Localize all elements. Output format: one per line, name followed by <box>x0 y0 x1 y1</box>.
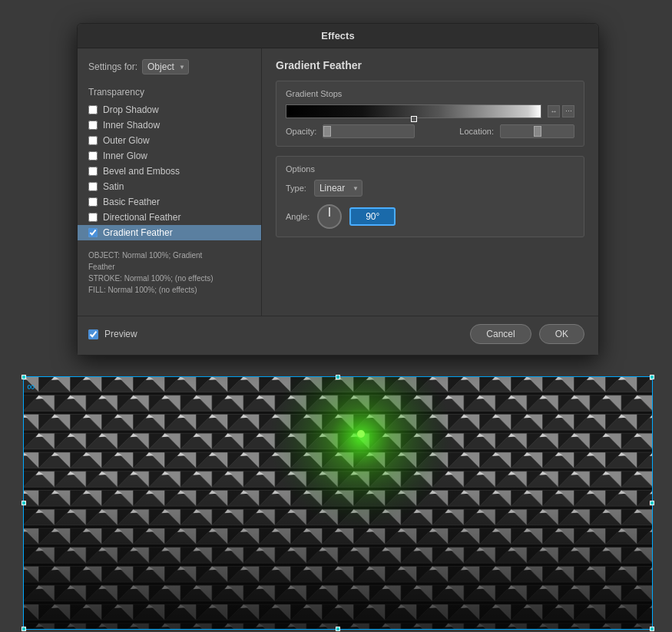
opacity-slider[interactable] <box>323 124 415 138</box>
button-group: Cancel OK <box>470 324 584 344</box>
effect-gradient-feather[interactable]: Gradient Feather <box>78 225 261 240</box>
info-line1: OBJECT: Normal 100%; Gradient <box>88 250 250 261</box>
effect-inner-glow[interactable]: Inner Glow <box>78 148 261 164</box>
dialog-footer: Preview Cancel OK <box>78 316 598 355</box>
effect-outer-glow[interactable]: Outer Glow <box>78 133 261 148</box>
info-line2: Feather <box>88 261 250 273</box>
options-section-title: Options <box>286 164 574 174</box>
opacity-location-row: Opacity: Location: <box>286 124 574 138</box>
right-panel: Gradient Feather Gradient Stops ↔ ⋯ Opac… <box>262 48 598 316</box>
satin-checkbox[interactable] <box>88 182 98 191</box>
dialog-body: Settings for: Object Stroke Fill Text Tr… <box>78 48 598 316</box>
gradient-feather-label: Gradient Feather <box>103 227 173 238</box>
effect-basic-feather[interactable]: Basic Feather <box>78 194 261 210</box>
inner-glow-checkbox[interactable] <box>88 151 98 160</box>
type-select[interactable]: Linear Radial <box>314 180 362 197</box>
inner-shadow-checkbox[interactable] <box>88 121 98 130</box>
gradient-stop-active[interactable] <box>411 116 417 122</box>
gradient-feather-checkbox[interactable] <box>88 228 98 237</box>
directional-feather-checkbox[interactable] <box>88 213 98 222</box>
angle-label: Angle: <box>286 212 310 221</box>
dialog-title: Effects <box>78 24 598 48</box>
effect-drop-shadow[interactable]: Drop Shadow <box>78 102 261 117</box>
bevel-emboss-checkbox[interactable] <box>88 167 98 176</box>
settings-for-label: Settings for: <box>88 61 137 72</box>
angle-row: Angle: <box>286 204 574 229</box>
location-slider[interactable] <box>500 124 574 138</box>
gradient-icons: ↔ ⋯ <box>548 105 574 117</box>
gradient-stops-section: Gradient Stops ↔ ⋯ Opacity: Location: <box>276 81 584 147</box>
drop-shadow-label: Drop Shadow <box>103 104 159 115</box>
location-label: Location: <box>459 127 494 136</box>
angle-dial[interactable] <box>317 204 342 229</box>
info-line4: FILL: Normal 100%; (no effects) <box>88 284 250 296</box>
preview-checkbox[interactable] <box>88 329 98 339</box>
basic-feather-checkbox[interactable] <box>88 197 98 207</box>
options-section: Options Type: Linear Radial Angle: <box>276 156 584 237</box>
settings-for-row: Settings for: Object Stroke Fill Text <box>78 59 261 84</box>
preview-row: Preview <box>88 329 137 339</box>
gradient-reverse-btn[interactable]: ↔ <box>548 105 560 117</box>
effect-bevel-emboss[interactable]: Bevel and Emboss <box>78 164 261 179</box>
gradient-bar-container: ↔ ⋯ <box>286 104 574 118</box>
type-select-wrapper[interactable]: Linear Radial <box>314 180 362 197</box>
ok-button[interactable]: OK <box>539 324 584 344</box>
basic-feather-label: Basic Feather <box>103 197 160 207</box>
link-icon: ∞ <box>27 380 35 392</box>
gradient-options-btn[interactable]: ⋯ <box>562 105 574 117</box>
outer-glow-label: Outer Glow <box>103 135 150 146</box>
effect-satin[interactable]: Satin <box>78 179 261 194</box>
type-label: Type: <box>286 184 306 193</box>
effect-info-box: OBJECT: Normal 100%; Gradient Feather ST… <box>88 250 250 296</box>
bevel-emboss-label: Bevel and Emboss <box>103 166 180 177</box>
directional-feather-label: Directional Feather <box>103 212 180 223</box>
drop-shadow-checkbox[interactable] <box>88 105 98 114</box>
cancel-button[interactable]: Cancel <box>470 324 531 344</box>
satin-label: Satin <box>103 181 124 192</box>
effect-inner-shadow[interactable]: Inner Shadow <box>78 117 261 133</box>
settings-for-select[interactable]: Object Stroke Fill Text <box>142 59 189 74</box>
inner-shadow-label: Inner Shadow <box>103 120 160 131</box>
canvas-preview <box>23 376 653 630</box>
title-text: Effects <box>321 30 354 41</box>
angle-input[interactable] <box>349 207 396 226</box>
right-panel-title: Gradient Feather <box>276 59 584 71</box>
info-line3: STROKE: Normal 100%; (no effects) <box>88 273 250 284</box>
effects-dialog: Effects Settings for: Object Stroke Fill… <box>77 23 599 356</box>
type-row: Type: Linear Radial <box>286 180 574 197</box>
inner-glow-label: Inner Glow <box>103 151 147 161</box>
gradient-stops-title: Gradient Stops <box>286 89 574 98</box>
transparency-section-label: Transparency <box>78 84 261 102</box>
gradient-bar[interactable] <box>286 104 541 118</box>
opacity-label: Opacity: <box>286 127 316 136</box>
left-panel: Settings for: Object Stroke Fill Text Tr… <box>78 48 262 316</box>
effect-directional-feather[interactable]: Directional Feather <box>78 210 261 225</box>
outer-glow-checkbox[interactable] <box>88 136 98 145</box>
settings-for-select-wrapper[interactable]: Object Stroke Fill Text <box>142 59 189 74</box>
preview-label: Preview <box>104 329 137 339</box>
